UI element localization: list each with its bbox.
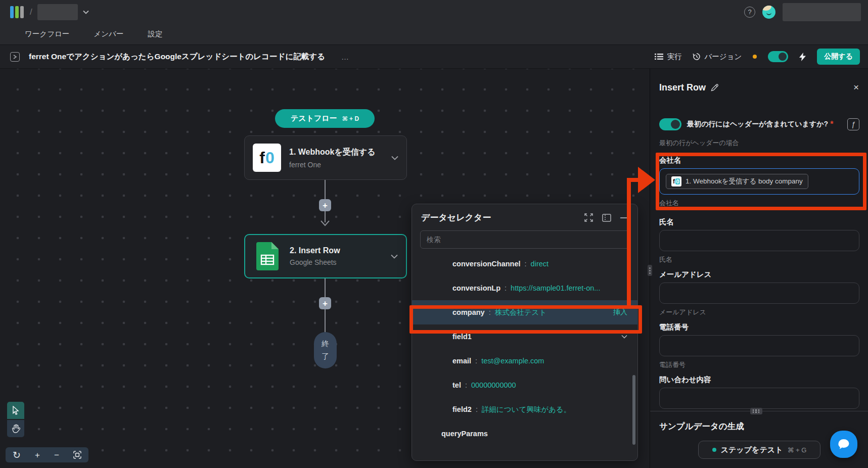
tab-members[interactable]: メンバー (94, 29, 123, 39)
data-item-queryParams[interactable]: queryParams (412, 422, 637, 446)
account-menu-redacted[interactable] (783, 3, 861, 21)
chat-button[interactable] (830, 431, 857, 458)
reload-icon[interactable]: ↻ (13, 450, 21, 460)
zoom-toolbar: ↻ + − (6, 447, 88, 462)
field-helper: 氏名 (659, 255, 859, 264)
data-selector-title: データセレクター (421, 212, 491, 223)
mapped-variable-chip[interactable]: f0 1. Webhookを受信する body company (666, 174, 808, 189)
nav-tabs: ワークフロー メンバー 設定 (0, 24, 868, 44)
formula-icon[interactable]: ƒ (847, 118, 859, 130)
node-chevron-down-icon[interactable] (391, 156, 398, 160)
data-item-conversionChannel[interactable]: conversionChannel : direct (412, 252, 637, 276)
zoom-in-icon[interactable]: + (35, 451, 40, 459)
email-field[interactable] (659, 283, 859, 304)
ferret-one-logo: f0 (253, 144, 281, 172)
chat-bubble-icon (837, 438, 850, 450)
field-label: 氏名 (659, 217, 859, 227)
bolt-icon[interactable] (799, 53, 806, 61)
run-list-icon (655, 53, 663, 60)
panel-title: Insert Row (659, 82, 706, 93)
close-icon[interactable]: × (853, 82, 859, 93)
test-flow-button[interactable]: テストフロー ⌘ + D (275, 109, 375, 128)
company-field[interactable]: f0 1. Webhookを受信する body company (659, 168, 859, 195)
expand-icon[interactable] (584, 213, 593, 222)
field-group-name: 氏名 氏名 (659, 217, 859, 264)
cursor-icon (12, 406, 20, 415)
annotation-line-vertical (627, 178, 631, 308)
toggle-helper-text: 最初の行がヘッダーの場合 (659, 138, 739, 148)
node-insert-row[interactable]: 2. Insert Row Google Sheets (244, 234, 407, 278)
status-dot (712, 448, 716, 452)
workflow-enabled-toggle[interactable] (768, 51, 788, 62)
history-icon (693, 53, 701, 61)
field-label: 会社名 (659, 156, 859, 165)
field-label: 電話番号 (659, 322, 859, 332)
panel-resize-handle[interactable] (648, 265, 652, 276)
select-tool-button[interactable] (7, 402, 24, 419)
insert-row-config-panel: Insert Row × 最初の行にはヘッダーが含まれていますか? * ƒ 最初… (650, 69, 868, 468)
workflow-title-bar: ferret OneでアクションがあったらGoogleスプレッドシートのレコード… (0, 44, 868, 69)
data-item-company[interactable]: company : 株式会社テスト 挿入 (412, 300, 637, 324)
field-helper: 電話番号 (659, 360, 859, 369)
node-chevron-down-icon[interactable] (391, 254, 398, 259)
help-icon[interactable]: ? (744, 7, 755, 18)
status-dot (753, 55, 757, 59)
node-subtitle: Google Sheets (290, 258, 383, 266)
google-sheets-icon (253, 242, 282, 270)
fit-view-icon[interactable] (73, 451, 81, 459)
test-step-shortcut: ⌘ + G (787, 446, 806, 454)
field-group-inquiry: 問い合わせ内容 (659, 375, 859, 409)
zoom-out-icon[interactable]: − (54, 451, 59, 459)
tel-field[interactable] (659, 335, 859, 356)
dock-panel-icon[interactable] (602, 214, 611, 222)
test-step-button[interactable]: ステップをテスト ⌘ + G (698, 441, 820, 459)
node-webhook[interactable]: f0 1. Webhookを受信する ferret One (244, 135, 407, 180)
data-selector-panel: データセレクター — conversionChannel : direct co… (412, 204, 638, 461)
hand-icon (12, 424, 20, 433)
name-field[interactable] (659, 230, 859, 251)
field-label: 問い合わせ内容 (659, 375, 859, 385)
data-item-email[interactable]: email : test@example.com (412, 349, 637, 373)
scrollbar[interactable] (632, 375, 635, 445)
data-item-field2[interactable]: field2 : 詳細について興味がある。 (412, 397, 637, 422)
test-flow-shortcut: ⌘ + D (342, 115, 359, 122)
sample-data-section-title: サンプルデータの生成 (659, 421, 744, 432)
search-input[interactable] (420, 230, 630, 249)
breadcrumb-separator: / (30, 7, 32, 17)
connector-arrow-icon (321, 220, 330, 226)
field-group-company: 会社名 f0 1. Webhookを受信する body company 会社名 (659, 156, 859, 208)
tab-settings[interactable]: 設定 (148, 29, 162, 39)
app-logo[interactable] (10, 6, 24, 18)
end-node[interactable]: 終 了 (314, 332, 337, 368)
pan-tool-button[interactable] (7, 420, 24, 437)
edit-pencil-icon[interactable] (711, 83, 719, 91)
ferret-one-logo: f0 (671, 176, 681, 186)
row-chevron-down-icon[interactable] (621, 335, 627, 339)
data-item-conversionLp[interactable]: conversionLp : https://sample01.ferret-o… (412, 276, 637, 300)
add-step-button[interactable]: + (319, 297, 331, 309)
logo-bar-blue (10, 6, 14, 18)
workspace-name-redacted[interactable] (37, 4, 78, 20)
annotation-arrowhead (638, 167, 655, 193)
more-options-icon[interactable]: … (341, 53, 350, 61)
workflow-title: ferret OneでアクションがあったらGoogleスプレッドシートのレコード… (29, 52, 325, 62)
inquiry-field[interactable] (659, 388, 859, 409)
workspace-chevron-down-icon[interactable] (83, 10, 89, 14)
workflow-icon (10, 52, 20, 62)
data-item-field1[interactable]: field1 (412, 324, 637, 349)
data-item-tel[interactable]: tel : 00000000000 (412, 373, 637, 397)
required-mark: * (830, 120, 833, 129)
logo-bar-gray (20, 6, 24, 18)
divider-drag-handle[interactable] (750, 408, 762, 414)
publish-button[interactable]: 公開する (817, 49, 860, 65)
add-step-button[interactable]: + (319, 199, 331, 211)
version-button[interactable]: バージョン (693, 52, 742, 62)
tab-workflow[interactable]: ワークフロー (25, 29, 69, 39)
avatar[interactable] (762, 6, 775, 19)
header-row-toggle[interactable] (659, 118, 681, 130)
field-group-email: メールアドレス メールアドレス (659, 270, 859, 317)
node-title: 2. Insert Row (290, 246, 383, 255)
insert-button[interactable]: 挿入 (613, 308, 627, 317)
field-helper: 会社名 (659, 199, 859, 208)
run-button[interactable]: 実行 (655, 52, 681, 62)
